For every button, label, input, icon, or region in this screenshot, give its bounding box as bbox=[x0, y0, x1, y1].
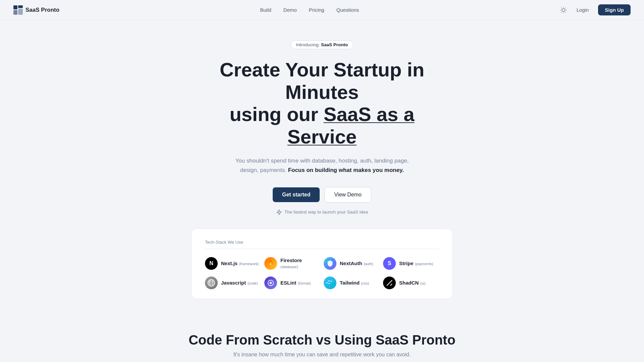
comparison-subtitle: It's insane how much time you can save a… bbox=[233, 352, 411, 358]
stripe-info: Stripe (payments) bbox=[399, 260, 433, 266]
svg-rect-1 bbox=[18, 5, 23, 8]
tech-stack-wrapper: Tech-Stack We Use N Next.js (framework) bbox=[0, 229, 644, 312]
nextauth-tag: (auth) bbox=[364, 262, 373, 266]
comparison-title: Code From Scratch vs Using SaaS Pronto bbox=[189, 333, 455, 348]
tech-item-shadcn: ShadCN (ui) bbox=[383, 277, 439, 289]
svg-line-22 bbox=[390, 284, 392, 285]
shadcn-info: ShadCN (ui) bbox=[399, 280, 426, 286]
nextauth-info: NextAuth (auth) bbox=[340, 260, 373, 266]
fastest-way-text: The fastest way to launch your SaaS idea bbox=[276, 209, 368, 215]
subtitle-bold: Focus on building what makes you money. bbox=[288, 167, 404, 173]
tailwind-icon bbox=[326, 280, 334, 286]
eslint-info: ESLint (format) bbox=[280, 280, 311, 286]
firestore-info: Firestore (database) bbox=[280, 257, 320, 269]
comparison-section: Code From Scratch vs Using SaaS Pronto I… bbox=[0, 312, 644, 358]
tech-item-tailwind: Tailwind (css) bbox=[324, 277, 380, 289]
badge-brand: SaaS Pronto bbox=[321, 42, 348, 47]
javascript-info: Javascript (code) bbox=[221, 280, 258, 286]
nav-links: Build Demo Pricing Questions bbox=[260, 7, 359, 13]
shield-icon bbox=[326, 260, 334, 267]
svg-rect-2 bbox=[18, 9, 23, 15]
tech-stack-label: Tech-Stack We Use bbox=[205, 240, 439, 249]
eslint-logo bbox=[264, 277, 277, 289]
fastest-label: The fastest way to launch your SaaS idea bbox=[284, 209, 368, 215]
logo-icon bbox=[13, 5, 23, 15]
nextjs-logo: N bbox=[205, 257, 218, 270]
hero-title-line1: Create Your Startup in Minutes bbox=[220, 59, 424, 103]
nav-pricing[interactable]: Pricing bbox=[309, 7, 324, 13]
tech-item-nextjs: N Next.js (framework) bbox=[205, 257, 261, 270]
theme-toggle-icon[interactable] bbox=[560, 6, 567, 14]
tech-stack-grid: N Next.js (framework) Firestore (databas… bbox=[205, 257, 439, 289]
nav-right: Login Sign Up bbox=[560, 4, 631, 15]
get-started-button[interactable]: Get started bbox=[273, 187, 320, 202]
stripe-tag: (payments) bbox=[415, 262, 433, 266]
tailwind-name: Tailwind bbox=[340, 280, 360, 286]
hero-section: Introducing: SaaS Pronto Create Your Sta… bbox=[0, 20, 644, 229]
firestore-tag: (database) bbox=[280, 265, 298, 269]
stripe-name: Stripe bbox=[399, 260, 414, 266]
tech-item-javascript: Javascript (code) bbox=[205, 277, 261, 289]
hero-subtitle: You shouldn't spend time with database, … bbox=[235, 156, 409, 175]
firestore-name: Firestore bbox=[280, 257, 302, 263]
shadcn-icon bbox=[386, 280, 393, 286]
lightning-icon bbox=[276, 209, 282, 215]
tailwind-logo bbox=[324, 277, 336, 289]
globe-icon bbox=[207, 279, 215, 287]
stripe-logo: S bbox=[383, 257, 396, 270]
tech-item-firestore: Firestore (database) bbox=[264, 257, 320, 270]
nextauth-name: NextAuth bbox=[340, 260, 362, 266]
hero-title-line2-prefix: using our bbox=[229, 103, 323, 125]
svg-point-20 bbox=[269, 282, 272, 284]
nextauth-logo bbox=[324, 257, 336, 270]
svg-rect-0 bbox=[13, 5, 17, 9]
svg-rect-3 bbox=[13, 10, 17, 15]
javascript-name: Javascript bbox=[221, 280, 246, 286]
login-button[interactable]: Login bbox=[573, 5, 593, 15]
shadcn-tag: (ui) bbox=[420, 281, 426, 285]
nav-demo[interactable]: Demo bbox=[283, 7, 297, 13]
svg-line-8 bbox=[565, 12, 566, 12]
introducing-badge: Introducing: SaaS Pronto bbox=[290, 40, 354, 49]
nav-questions[interactable]: Questions bbox=[336, 7, 359, 13]
eslint-tag: (format) bbox=[298, 281, 311, 285]
svg-point-4 bbox=[562, 8, 565, 11]
tech-item-stripe: S Stripe (payments) bbox=[383, 257, 439, 270]
tailwind-info: Tailwind (css) bbox=[340, 280, 369, 286]
eslint-icon bbox=[267, 279, 274, 287]
tech-item-eslint: ESLint (format) bbox=[264, 277, 320, 289]
nav-build[interactable]: Build bbox=[260, 7, 271, 13]
signup-button[interactable]: Sign Up bbox=[598, 4, 631, 15]
nextjs-tag: (framework) bbox=[239, 262, 259, 266]
tech-stack-card: Tech-Stack We Use N Next.js (framework) bbox=[191, 229, 453, 299]
view-demo-button[interactable]: View Demo bbox=[324, 187, 371, 202]
fire-icon bbox=[267, 259, 274, 268]
svg-marker-13 bbox=[277, 209, 281, 215]
logo-text: SaaS Pronto bbox=[25, 7, 59, 13]
eslint-name: ESLint bbox=[280, 280, 297, 286]
javascript-logo bbox=[205, 277, 218, 289]
tech-item-nextauth: NextAuth (auth) bbox=[324, 257, 380, 270]
shadcn-logo bbox=[383, 277, 396, 289]
firestore-logo bbox=[264, 257, 277, 270]
badge-prefix: Introducing: bbox=[296, 42, 321, 47]
svg-line-7 bbox=[561, 7, 561, 8]
shadcn-name: ShadCN bbox=[399, 280, 419, 286]
nextjs-info: Next.js (framework) bbox=[221, 260, 259, 266]
javascript-tag: (code) bbox=[248, 281, 258, 285]
nextjs-name: Next.js bbox=[221, 260, 237, 266]
svg-line-11 bbox=[561, 12, 561, 12]
tailwind-tag: (css) bbox=[361, 281, 369, 285]
logo[interactable]: SaaS Pronto bbox=[13, 5, 59, 15]
hero-buttons: Get started View Demo bbox=[273, 187, 371, 202]
navbar: SaaS Pronto Build Demo Pricing Questions… bbox=[0, 0, 644, 20]
hero-title: Create Your Startup in Minutes using our… bbox=[196, 59, 448, 148]
svg-line-12 bbox=[565, 7, 566, 8]
